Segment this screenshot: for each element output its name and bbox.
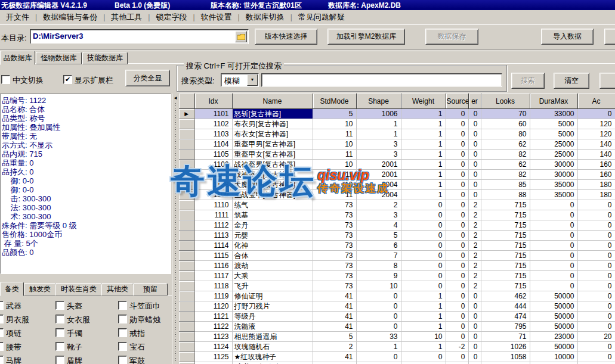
table-row[interactable]: 1103布衣女[复古神器]111100805000120 [179,129,615,139]
checkbox-斗笠面巾[interactable] [118,301,127,310]
checkbox-宝石[interactable] [118,342,127,351]
db-tab-1[interactable]: 品数据库 [0,51,35,65]
row-indicator[interactable] [179,332,194,342]
row-indicator[interactable] [179,291,194,301]
table-row[interactable]: 1123相思熊逍遥扇5331000712300020 [179,332,615,342]
table-row[interactable]: 1104重盔甲男[复古神器]1031006225000140 [179,139,615,150]
row-indicator[interactable] [179,129,194,139]
table-header-Idx[interactable]: Idx [194,94,232,109]
db-tab-3[interactable]: 技能数据库 [82,52,128,64]
checkbox-头盔[interactable] [55,301,64,310]
table-row[interactable]: 1122洗髓液410100795500000 [179,322,615,332]
clear-button[interactable]: 清空 [554,73,589,89]
row-indicator[interactable] [179,200,194,210]
row-indicator[interactable] [179,150,194,160]
category-tab-2[interactable]: 触发类 [24,283,56,295]
table-header-Ac[interactable]: Ac [577,94,615,109]
menu-item-7[interactable]: 常见问题解疑 [292,12,351,23]
category-tab-1[interactable]: 备类 [0,282,24,296]
load-m2-button[interactable]: 加载引擎M2数据库 [327,29,405,45]
category-tab-3[interactable]: 时装生肖类 [55,283,102,295]
search-type-combobox[interactable]: 模糊 ▼ [221,73,259,87]
menu-item-1[interactable]: 开文件 [0,12,35,23]
table-header-Looks[interactable]: Looks [481,94,530,109]
checkbox-军鼓[interactable] [118,356,127,364]
table-row[interactable]: 1126[完美]★红玫瑰LV.141000013399990 [179,362,615,364]
table-row[interactable]: 1108天魔神甲[复古神器]1020041008535000180 [179,180,615,190]
checkbox-手镯[interactable] [55,328,64,337]
checkbox-腰带[interactable] [0,342,4,351]
save-data-button[interactable]: 数据保存 [425,29,478,45]
search-button[interactable]: 搜索 [511,73,545,89]
table-header-Source[interactable]: Source [446,94,468,109]
row-indicator[interactable] [179,251,194,261]
table-header-StdMode[interactable]: StdMode [313,94,356,109]
menu-item-4[interactable]: 锁定字段 [150,12,193,23]
checkbox-女衣服[interactable] [55,315,64,323]
table-header-DuraMax[interactable]: DuraMax [530,94,577,109]
checkbox-项链[interactable] [0,328,4,337]
table-row[interactable]: 1120打野刀残片410100444500000 [179,301,615,312]
import-data-button[interactable]: 导入数据 [541,29,594,45]
row-indicator[interactable] [179,220,194,231]
chevron-down-icon[interactable]: ▼ [247,74,258,86]
table-header-Name[interactable]: Name [232,94,313,109]
clipped-search-row-button[interactable] [599,73,615,89]
row-indicator[interactable] [179,261,194,271]
table-row[interactable]: 1112金丹73400271500 [179,220,615,231]
row-indicator[interactable] [179,231,194,241]
checkbox-靴子[interactable] [55,342,64,351]
table-row[interactable]: 1110练气73200271500 [179,200,615,210]
chinese-toggle-checkbox[interactable] [1,75,10,84]
row-indicator[interactable] [179,342,194,352]
row-indicator[interactable] [179,312,194,322]
category-all-button[interactable]: 分类全显 [125,70,170,86]
checkbox-武器[interactable] [0,301,4,310]
table-row[interactable]: 1105重盔甲女[复古神器]1131008225000140 [179,150,615,160]
table-row[interactable]: 1121等级丹410100474500000 [179,312,615,322]
table-row[interactable]: 1113元婴73500271500 [179,231,615,241]
row-indicator[interactable] [179,180,194,190]
table-row[interactable]: 1106战神盔男[复古神器]1020011006230000160 [179,160,615,170]
table-row[interactable]: 1116渡劫73800271500 [179,261,615,271]
table-header-Shape[interactable]: Shape [356,94,401,109]
table-row[interactable]: 1102布衣男[复古神器]101100605000120 [179,119,615,129]
table-row[interactable]: 1111筑基73300271500 [179,210,615,220]
row-indicator[interactable] [179,301,194,312]
table-row[interactable]: 1107战神盔女[复古神器]1120011008230000160 [179,170,615,180]
checkbox-勋章蜡烛[interactable] [118,315,127,323]
table-row[interactable]: 1114化神73600271500 [179,241,615,251]
category-tab-5[interactable]: 预留 [133,283,168,295]
table-row[interactable]: 1119修仙证明410100462500000 [179,291,615,301]
category-tab-4[interactable]: 其他类 [101,283,134,295]
table-row[interactable]: 1125★红玫瑰种子4100001058100000 [179,352,615,362]
checkbox-马牌[interactable] [0,356,4,364]
menu-item-6[interactable]: 数据库切换 [240,12,290,23]
row-indicator[interactable] [179,160,194,170]
checkbox-戒指[interactable] [118,328,127,337]
table-row[interactable]: 1117大乘73900271500 [179,271,615,281]
show-extended-checkbox[interactable]: ✔ [63,75,72,84]
row-indicator[interactable] [179,241,194,251]
menu-item-2[interactable]: 数据编辑与备份 [37,12,103,23]
collapse-left-icon[interactable]: ◄ [173,95,178,101]
checkbox-盾牌[interactable] [55,356,64,364]
row-indicator[interactable] [179,281,194,291]
row-indicator[interactable] [179,170,194,180]
version-select-button[interactable]: 版本快速选择 [255,29,317,45]
menu-item-5[interactable]: 软件设置 [195,12,238,23]
row-indicator[interactable] [179,139,194,150]
row-indicator[interactable] [179,271,194,281]
row-indicator[interactable]: ▶ [179,109,194,119]
table-row[interactable]: 1115合体73700271500 [179,251,615,261]
row-indicator[interactable] [179,190,194,200]
item-table-container[interactable]: IdxNameStdModeShapeWeightSourceerLooksDu… [179,94,615,364]
row-indicator[interactable] [179,119,194,129]
row-indicator[interactable] [179,352,194,362]
table-row[interactable]: ▶1101怒斩[复古神器]5100610070330000 [179,109,615,119]
table-header-er[interactable]: er [468,94,481,109]
row-indicator[interactable] [179,210,194,220]
clipped-toolbar-button[interactable] [604,29,615,45]
table-header-Weight[interactable]: Weight [401,94,446,109]
db-tab-2[interactable]: 怪物数据库 [36,52,82,64]
